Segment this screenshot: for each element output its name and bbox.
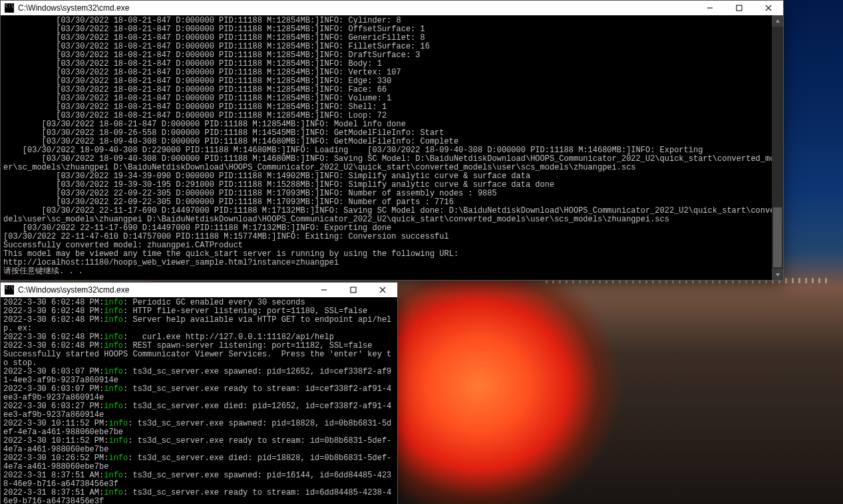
titlebar[interactable]: C:\Windows\system32\cmd.exe — [1, 1, 783, 15]
log-line: 2022-3-30 10:26:52 PM:info: ts3d_sc_serv… — [3, 454, 395, 471]
log-line: 2022-3-30 6:03:07 PM:info: ts3d_sc_serve… — [3, 368, 395, 385]
titlebar[interactable]: C:\Windows\system32\cmd.exe — [1, 283, 397, 297]
log-line: http://localhost:11180/hoops_web_viewer_… — [3, 259, 769, 267]
close-button[interactable] — [754, 1, 783, 15]
log-line: 2022-3-30 6:03:07 PM:info: ts3d_sc_serve… — [3, 385, 395, 402]
scrollbar-thumb[interactable] — [773, 207, 782, 267]
vertical-scrollbar[interactable] — [772, 15, 783, 280]
svg-marker-4 — [776, 19, 780, 23]
log-line: 2022-3-31 8:37:51 AM:info: ts3d_sc_serve… — [3, 489, 395, 504]
scrollbar-track[interactable] — [772, 27, 783, 269]
log-line: 请按任意键继续. . . — [3, 267, 769, 276]
log-line: 2022-3-30 6:02:48 PM:info: Server help a… — [3, 316, 395, 333]
maximize-button[interactable] — [725, 1, 754, 15]
window-title: C:\Windows\system32\cmd.exe — [18, 3, 129, 13]
cmd-icon — [5, 3, 14, 13]
scroll-up-arrow-icon[interactable] — [772, 15, 783, 27]
scroll-down-arrow-icon[interactable] — [772, 269, 783, 280]
cmd-icon — [5, 285, 14, 295]
cmd-window-1[interactable]: C:\Windows\system32\cmd.exe [03/30/2022 … — [0, 0, 784, 281]
log-line: 2022-3-31 8:37:51 AM:info: ts3d_sc_serve… — [3, 471, 395, 489]
minimize-button[interactable] — [309, 283, 339, 297]
close-button[interactable] — [368, 283, 397, 297]
log-line: 2022-3-30 10:11:52 PM:info: ts3d_sc_serv… — [3, 420, 395, 437]
log-line: 2022-3-30 10:11:52 PM:info: ts3d_sc_serv… — [3, 437, 395, 454]
svg-rect-7 — [351, 287, 356, 293]
terminal-output[interactable]: 2022-3-30 6:02:48 PM:info: Periodic GC e… — [1, 297, 397, 504]
terminal-output[interactable]: [03/30/2022 18-08-21-847 D:000000 PID:11… — [1, 15, 772, 280]
svg-marker-5 — [776, 273, 780, 277]
cmd-window-2[interactable]: C:\Windows\system32\cmd.exe 2022-3-30 6:… — [0, 282, 398, 504]
log-line: Successfully started HOOPS Communicator … — [3, 350, 395, 368]
window-title: C:\Windows\system32\cmd.exe — [18, 285, 129, 295]
maximize-button[interactable] — [339, 283, 368, 297]
svg-rect-1 — [737, 5, 742, 11]
minimize-button[interactable] — [695, 1, 725, 15]
log-line: 2022-3-30 6:03:27 PM:info: ts3d_sc_serve… — [3, 402, 395, 420]
